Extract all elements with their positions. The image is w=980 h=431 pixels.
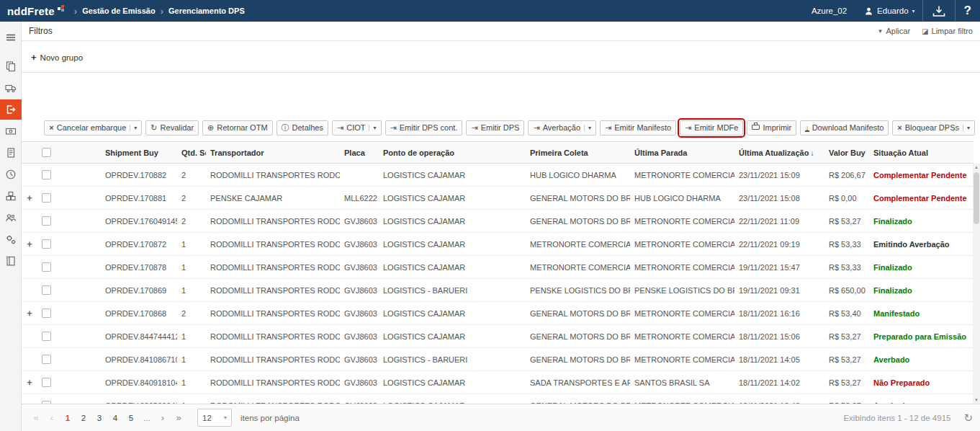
sidebar-item-emission[interactable]: [0, 99, 22, 120]
row-expand-toggle[interactable]: +: [22, 302, 37, 325]
toolbar-button[interactable]: Averbação: [528, 120, 596, 135]
prev-page-button[interactable]: ‹: [45, 412, 59, 423]
page-size-select[interactable]: 12 ▾: [197, 409, 232, 427]
scroll-up-icon[interactable]: ▲: [973, 165, 980, 169]
col-shipment-buy[interactable]: Shipment Buy: [101, 142, 177, 164]
page-number[interactable]: ...: [140, 414, 154, 422]
table-row[interactable]: OPRDEV.841086710 1 RODOMILLI TRANSPORTES…: [22, 348, 974, 371]
toolbar-button[interactable]: Imprimir: [747, 120, 796, 135]
toolbar-button[interactable]: Emitir MDFe: [680, 120, 743, 135]
page-number[interactable]: 3: [92, 414, 107, 422]
page-number[interactable]: 4: [108, 414, 122, 422]
table-row[interactable]: OPRDEV.844744412 1 RODOMILLI TRANSPORTES…: [22, 325, 974, 348]
row-checkbox[interactable]: [42, 262, 51, 272]
clear-filter-button[interactable]: ◪ Limpar filtro: [922, 27, 973, 35]
col-primeira-coleta[interactable]: Primeira Coleta: [526, 142, 630, 164]
sidebar-item-users[interactable]: [0, 208, 22, 228]
row-checkbox[interactable]: [42, 355, 51, 364]
toolbar-button[interactable]: Download Manifesto: [800, 120, 889, 135]
last-page-button[interactable]: »: [171, 412, 186, 423]
col-placa[interactable]: Placa: [340, 142, 379, 164]
sidebar-item-documents[interactable]: [0, 56, 22, 76]
row-checkbox[interactable]: [42, 332, 51, 341]
col-valor-buy[interactable]: Valor Buy: [824, 142, 869, 164]
row-checkbox[interactable]: [42, 308, 51, 318]
table-row[interactable]: + OPRDEV.170872 1 RODOMILLI TRANSPORTES …: [22, 233, 974, 256]
row-expand-toggle[interactable]: +: [22, 233, 37, 256]
row-expand-toggle[interactable]: [22, 210, 37, 233]
dropdown-caret-icon[interactable]: [963, 125, 970, 131]
row-expand-toggle[interactable]: +: [22, 187, 37, 210]
toolbar-button[interactable]: Retornar OTM: [202, 120, 273, 135]
row-checkbox[interactable]: [42, 170, 51, 179]
table-row[interactable]: OPRDEV.176049145 2 RODOMILLI TRANSPORTES…: [22, 210, 974, 233]
table-row[interactable]: OPRDEV.170878 1 RODOMILLI TRANSPORTES RO…: [22, 256, 974, 279]
eraser-icon: ◪: [922, 27, 928, 35]
help-button[interactable]: ?: [955, 0, 980, 22]
toolbar-button[interactable]: Emitir DPS cont.: [385, 120, 463, 135]
toolbar-button-icon: [282, 124, 289, 132]
sidebar-item-invoices[interactable]: [0, 143, 22, 163]
dropdown-caret-icon[interactable]: [369, 125, 376, 131]
table-row[interactable]: OPRDEV.170869 1 RODOMILLI TRANSPORTES RO…: [22, 279, 974, 302]
sidebar-item-shipments[interactable]: [0, 78, 22, 98]
row-expand-toggle[interactable]: [22, 164, 37, 187]
sidebar-item-packages[interactable]: [0, 186, 22, 206]
sidebar-item-payments[interactable]: [0, 121, 22, 141]
row-expand-toggle[interactable]: [22, 279, 37, 302]
first-page-button[interactable]: «: [29, 412, 43, 423]
table-row[interactable]: OPRDEV.839589946 1 RODOMILLI TRANSPORTES…: [22, 394, 974, 404]
row-checkbox[interactable]: [42, 216, 51, 226]
breadcrumb-gerenciamento-dps[interactable]: Gerenciamento DPS: [168, 6, 245, 15]
new-group-button[interactable]: + Novo grupo: [31, 52, 83, 63]
dropdown-caret-icon[interactable]: [130, 125, 137, 131]
toolbar-button[interactable]: Bloquear DPSs: [892, 120, 975, 135]
col-qtd-sell[interactable]: Qtd. Sell: [177, 142, 206, 164]
scroll-down-icon[interactable]: ▼: [973, 398, 980, 402]
cell-valor-buy: R$ 53,40: [824, 302, 869, 325]
vertical-scrollbar[interactable]: ▲ ▼: [973, 164, 980, 404]
page-number[interactable]: 5: [124, 414, 138, 422]
toolbar-button[interactable]: Emitir DPS: [466, 120, 524, 135]
app-logo[interactable]: nddFrete: [7, 5, 64, 17]
sidebar-item-history[interactable]: [0, 164, 22, 185]
next-page-button[interactable]: ›: [156, 412, 170, 423]
row-expand-toggle[interactable]: +: [22, 371, 37, 394]
col-ponto-operacao[interactable]: Ponto de operação: [379, 142, 526, 164]
col-situacao-atual[interactable]: Situação Atual: [869, 142, 974, 164]
toolbar-button[interactable]: Revalidar: [145, 120, 199, 135]
scrollbar-thumb[interactable]: [974, 172, 979, 224]
breadcrumb-gestao-emissao[interactable]: Gestão de Emissão: [82, 6, 156, 15]
refresh-button[interactable]: ↻: [963, 412, 973, 425]
row-checkbox[interactable]: [42, 239, 51, 249]
row-checkbox[interactable]: [42, 193, 51, 203]
table-row[interactable]: + OPRDEV.170881 2 PENSKE CAJAMAR MLL6222…: [22, 187, 974, 210]
row-checkbox[interactable]: [42, 378, 51, 387]
row-expand-toggle[interactable]: [22, 256, 37, 279]
user-menu[interactable]: Eduardo ▾: [857, 0, 922, 22]
sidebar-item-ledger[interactable]: [0, 251, 22, 271]
col-ultima-parada[interactable]: Última Parada: [630, 142, 734, 164]
sidebar-item-settings[interactable]: [0, 229, 22, 249]
toolbar-button[interactable]: Detalhes: [277, 120, 328, 135]
col-ultima-atualizacao[interactable]: Última Atualização↓: [734, 142, 824, 164]
dropdown-caret-icon[interactable]: [584, 125, 591, 131]
row-expand-toggle[interactable]: [22, 348, 37, 371]
table-row[interactable]: + OPRDEV.170868 2 RODOMILLI TRANSPORTES …: [22, 302, 974, 325]
table-row[interactable]: + OPRDEV.840918104 1 RODOMILLI TRANSPORT…: [22, 371, 974, 394]
table-row[interactable]: OPRDEV.170882 2 RODOMILLI TRANSPORTES RO…: [22, 164, 974, 187]
row-checkbox[interactable]: [42, 401, 51, 404]
col-transportador[interactable]: Transportador: [206, 142, 340, 164]
download-center-button[interactable]: [922, 0, 955, 22]
select-all-checkbox[interactable]: [42, 148, 51, 157]
apply-filter-button[interactable]: ▼ Aplicar: [878, 27, 911, 35]
row-checkbox[interactable]: [42, 285, 51, 295]
toolbar-button[interactable]: Emitir Manifesto: [600, 120, 676, 135]
page-number[interactable]: 1: [60, 414, 75, 422]
toolbar-button[interactable]: CIOT: [332, 120, 382, 135]
page-number[interactable]: 2: [76, 414, 91, 422]
row-expand-toggle[interactable]: [22, 325, 37, 348]
toolbar-button[interactable]: Cancelar embarque: [44, 120, 142, 135]
row-expand-toggle[interactable]: [22, 394, 37, 404]
sidebar-menu-toggle[interactable]: [0, 27, 22, 48]
